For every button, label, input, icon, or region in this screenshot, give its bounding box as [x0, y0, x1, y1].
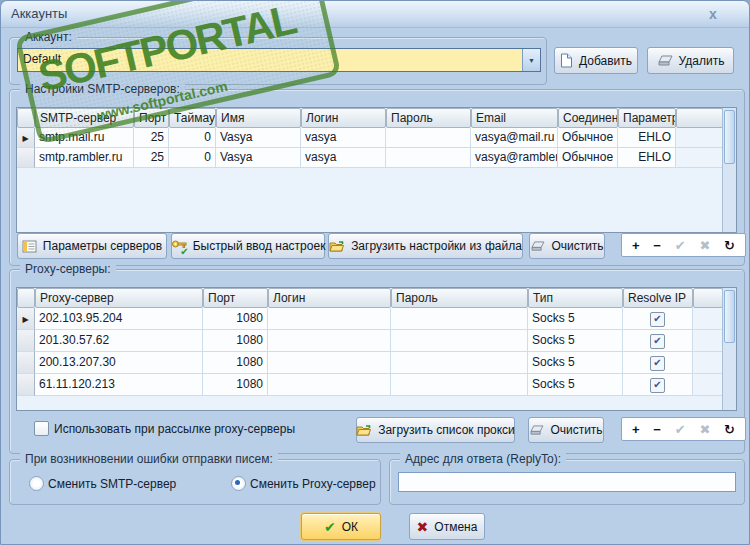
refresh-icon[interactable]: ↻ [724, 238, 735, 253]
header-type[interactable]: Тип [528, 288, 623, 308]
window-title: Аккаунты [11, 1, 67, 27]
proxy-row[interactable]: 201.30.57.62 1080 Socks 5 ✔ [17, 330, 723, 352]
switch-proxy-radio[interactable] [231, 476, 246, 491]
quick-setup-label: Быстрый ввод настроек [193, 239, 326, 253]
server-params-button[interactable]: Параметры серверов [17, 233, 167, 259]
cell-login: vasya [301, 128, 386, 148]
header-param[interactable]: Параметр [618, 108, 676, 128]
quick-setup-button[interactable]: ✔ Быстрый ввод настроек [171, 233, 325, 259]
header-login[interactable]: Логин [301, 108, 386, 128]
proxy-table: Proxy-сервер Порт Логин Пароль Тип Resol… [16, 287, 737, 411]
cell-name: Vasya [216, 148, 301, 168]
proxy-row[interactable]: 200.13.207.30 1080 Socks 5 ✔ [17, 352, 723, 374]
row-indicator: ▶ [17, 308, 35, 330]
header-smtp-server[interactable]: SMTP-сервер [35, 108, 134, 128]
switch-proxy-label: Сменить Proxy-сервер [250, 477, 376, 491]
reply-to-input[interactable] [398, 472, 736, 492]
proxy-db-navigator: + − ✔ ✖ ↻ [621, 417, 746, 441]
delete-account-button[interactable]: Удалить [647, 47, 734, 74]
header-resolve-ip[interactable]: Resolve IP [623, 288, 693, 308]
cell-port: 1080 [203, 352, 268, 374]
scrollbar-thumb[interactable] [724, 110, 735, 164]
cell-connection: Обычное [558, 128, 618, 148]
resolve-ip-checkbox[interactable]: ✔ [650, 356, 665, 371]
load-proxy-list-button[interactable]: Загрузить список прокси [356, 417, 515, 443]
cell-connection: Обычное [558, 148, 618, 168]
close-icon[interactable]: x [703, 4, 723, 24]
load-settings-button[interactable]: Загрузить настройки из файла [328, 233, 523, 259]
cell-param: EHLO [618, 148, 676, 168]
header-login[interactable]: Логин [268, 288, 391, 308]
use-proxy-label: Использовать при рассылке proxy-серверы [54, 422, 295, 436]
header-password[interactable]: Пароль [386, 108, 471, 128]
add-record-icon[interactable]: + [632, 238, 640, 253]
header-timeout[interactable]: Таймаут [169, 108, 216, 128]
header-indicator [17, 108, 35, 128]
row-indicator [17, 330, 35, 352]
load-settings-label: Загрузить настройки из файла [351, 239, 522, 253]
cell-type: Socks 5 [528, 308, 623, 330]
header-proxy-server[interactable]: Proxy-сервер [35, 288, 203, 308]
proxy-row[interactable]: ▶ 202.103.95.204 1080 Socks 5 ✔ [17, 308, 723, 330]
chevron-down-icon[interactable]: ▼ [522, 49, 540, 71]
open-folder-icon [356, 424, 372, 437]
cell-server: 200.13.207.30 [35, 352, 203, 374]
title-bar[interactable]: Аккаунты x [1, 1, 749, 28]
add-account-button[interactable]: Добавить [554, 47, 638, 74]
cell-login [268, 352, 391, 374]
switch-smtp-radio[interactable] [29, 476, 44, 491]
ok-button[interactable]: ✔ ОК [301, 513, 381, 540]
error-action-group-label: При возникновении ошибки отправки писем: [20, 452, 278, 466]
cell-type: Socks 5 [528, 352, 623, 374]
account-group-label: Аккаунт: [20, 30, 77, 44]
cell-login [268, 308, 391, 330]
cell-server: 61.11.120.213 [35, 374, 203, 396]
resolve-ip-checkbox[interactable]: ✔ [650, 312, 665, 327]
refresh-icon[interactable]: ↻ [724, 422, 735, 437]
proxy-clear-button[interactable]: Очистить [528, 417, 604, 443]
open-folder-icon [329, 240, 345, 253]
post-record-icon[interactable]: ✔ [675, 422, 686, 437]
header-port[interactable]: Порт [134, 108, 169, 128]
load-proxy-list-label: Загрузить список прокси [378, 423, 515, 437]
switch-smtp-label: Сменить SMTP-сервер [48, 477, 176, 491]
smtp-table-scrollbar[interactable] [722, 108, 736, 232]
header-name[interactable]: Имя [216, 108, 301, 128]
header-connection[interactable]: Соединение [558, 108, 618, 128]
row-indicator [17, 374, 35, 396]
cancel-button[interactable]: ✖ Отмена [409, 513, 485, 540]
proxy-group-label: Proxy-серверы: [20, 262, 116, 276]
smtp-group-label: Настройки SMTP-серверов: [20, 82, 185, 96]
cancel-record-icon[interactable]: ✖ [699, 422, 710, 437]
delete-account-label: Удалить [679, 54, 725, 68]
header-port[interactable]: Порт [203, 288, 268, 308]
smtp-clear-button[interactable]: Очистить [529, 233, 605, 259]
account-selected-value: Default [18, 49, 522, 71]
scrollbar-thumb[interactable] [724, 290, 735, 343]
cell-port: 1080 [203, 330, 268, 352]
smtp-db-navigator: + − ✔ ✖ ↻ [621, 233, 746, 257]
smtp-row[interactable]: smtp.rambler.ru 25 0 Vasya vasya vasya@r… [17, 148, 723, 168]
resolve-ip-checkbox[interactable]: ✔ [650, 378, 665, 393]
new-document-icon [560, 53, 573, 68]
row-indicator [17, 148, 35, 168]
proxy-row[interactable]: 61.11.120.213 1080 Socks 5 ✔ [17, 374, 723, 396]
add-record-icon[interactable]: + [632, 422, 640, 437]
smtp-row[interactable]: ▶ smtp.mail.ru 25 0 Vasya vasya vasya@ma… [17, 128, 723, 148]
smtp-table: SMTP-сервер Порт Таймаут Имя Логин Парол… [16, 107, 737, 233]
header-password[interactable]: Пароль [391, 288, 528, 308]
cell-param: EHLO [618, 128, 676, 148]
cancel-record-icon[interactable]: ✖ [699, 238, 710, 253]
red-x-icon: ✖ [417, 519, 429, 535]
post-record-icon[interactable]: ✔ [675, 238, 686, 253]
resolve-ip-checkbox[interactable]: ✔ [650, 334, 665, 349]
delete-record-icon[interactable]: − [653, 238, 661, 253]
cell-server: 202.103.95.204 [35, 308, 203, 330]
header-email[interactable]: Email [471, 108, 558, 128]
use-proxy-checkbox[interactable] [34, 421, 49, 436]
delete-record-icon[interactable]: − [653, 422, 661, 437]
cell-password [386, 148, 471, 168]
add-account-label: Добавить [579, 54, 632, 68]
account-combobox[interactable]: Default ▼ [17, 48, 541, 72]
proxy-table-scrollbar[interactable] [722, 288, 736, 410]
